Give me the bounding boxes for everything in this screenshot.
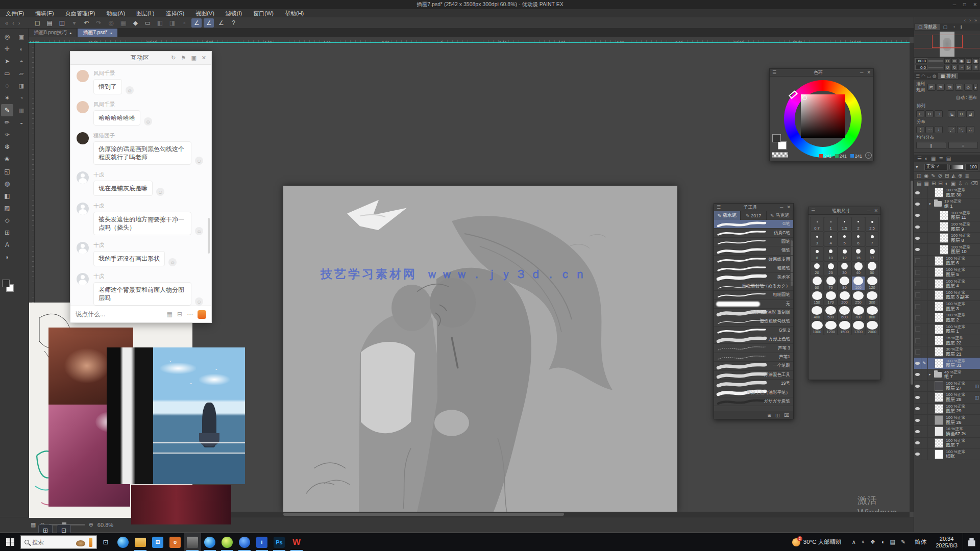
reaction-icon[interactable]: ☺ (195, 297, 203, 306)
panel-nav-icon[interactable]: » (974, 18, 977, 23)
eye-icon[interactable] (914, 426, 921, 437)
chat-scrollbar[interactable] (208, 218, 210, 254)
layer-thumbnail[interactable] (935, 324, 943, 334)
layer-row[interactable]: 30 %正常 图层 21 ◫ (914, 346, 980, 358)
command-icon[interactable]: ∠ (204, 18, 214, 28)
brush-item[interactable]: 圆笔 (714, 238, 793, 246)
command-icon[interactable]: ∠ (216, 18, 226, 28)
align-button[interactable]: ⊏ (916, 110, 924, 117)
avatar[interactable] (77, 101, 89, 113)
h-scroll-thumb[interactable] (283, 513, 564, 516)
zoom-out-button[interactable]: ⊖ (944, 58, 950, 64)
layer-thumbnail[interactable] (935, 347, 943, 357)
rotation-slider[interactable] (928, 67, 943, 68)
tray-icon[interactable]: ❖ (870, 539, 875, 545)
tool-icon[interactable]: ◧ (1, 190, 13, 202)
layer-thumbnail[interactable] (935, 381, 943, 391)
panel-menu-icon[interactable]: ☰ (772, 70, 776, 75)
layer-row[interactable]: 100 %正常 图层 27 ◫ (914, 381, 980, 392)
menu-item[interactable]: 图层(L) (131, 10, 160, 17)
layer-property-icon[interactable]: ✎ (931, 173, 935, 179)
menu-item[interactable]: 编辑(E) (30, 10, 60, 17)
fit-window-button[interactable]: ◫ (966, 58, 972, 64)
layer-row[interactable]: 100 %正常 图层 9 ◫ (914, 221, 980, 233)
tool-icon[interactable]: ✏ (1, 116, 13, 129)
layer-row[interactable]: 100 %正常 图层 1 ◫ (914, 324, 980, 335)
layer-thumbnail[interactable] (935, 449, 943, 459)
layer-thumbnail[interactable] (935, 392, 943, 402)
avatar[interactable] (77, 242, 89, 254)
tool-icon[interactable]: ✎ (1, 104, 13, 116)
close-icon[interactable]: ✕ (202, 55, 206, 61)
layer-row[interactable]: 100 %正常 图层 5 ◫ (914, 267, 980, 278)
reaction-icon[interactable]: ☺ (156, 188, 164, 196)
tool-icon[interactable]: ◍ (1, 178, 13, 190)
eye-icon[interactable] (914, 290, 921, 300)
layer-property-icon[interactable]: ≣ (965, 173, 969, 179)
tool-icon[interactable]: ✶ (1, 92, 13, 104)
brush-item[interactable]: 塑造粗硬勾线笔 (714, 317, 793, 326)
brush-item[interactable]: ガサガサ炭笔 (714, 397, 793, 406)
command-icon[interactable]: ▾ (69, 18, 79, 28)
more-icon[interactable]: ⋯ (187, 311, 193, 318)
eye-icon[interactable] (914, 256, 921, 266)
layer-row[interactable]: 15 %正常 图层 22 ◫ (914, 335, 980, 346)
distribute-button[interactable]: ∴ (966, 126, 974, 133)
layer-thumbnail[interactable] (935, 188, 943, 197)
brush-size-option[interactable]: 40 (851, 261, 865, 276)
tool-icon[interactable]: ◌ (1, 80, 13, 92)
brush-item[interactable]: 粗糙笔 (714, 264, 793, 273)
distribute-button[interactable]: ⋱ (957, 126, 965, 133)
history-nav-icon[interactable]: « (5, 20, 8, 26)
layer-row[interactable]: 100 %正常 图层 3 副本 ◫ (914, 290, 980, 301)
brush-item[interactable]: 磨性墨创笔（ぬるカク） (714, 282, 793, 291)
eye-icon[interactable] (914, 438, 921, 448)
search-input[interactable] (32, 539, 68, 545)
layer-row[interactable]: 100 %正常 图层 31 ◫ (914, 358, 980, 369)
navigator-view-rect[interactable] (932, 35, 963, 48)
popout-icon[interactable]: ▣ (191, 55, 196, 61)
tray-icon[interactable]: ✎ (901, 539, 905, 545)
close-icon[interactable]: ✕ (787, 205, 791, 210)
minimize-icon[interactable]: ─ (860, 70, 863, 75)
eye-icon[interactable] (914, 187, 921, 198)
eye-icon[interactable] (914, 301, 921, 312)
menu-item[interactable]: 动画(A) (101, 10, 131, 17)
color-mode-button[interactable]: ◔ (865, 152, 872, 159)
brush-size-option[interactable]: 150 (810, 291, 824, 306)
brush-size-option[interactable]: 25 (824, 261, 838, 276)
subtool-palette-icon[interactable]: ◨ (15, 80, 28, 92)
layer-panel-tab-icon[interactable]: ◐ (925, 156, 928, 161)
brush-size-option[interactable]: 0.7 (810, 217, 824, 232)
layer-thumbnail[interactable] (935, 359, 943, 368)
close-icon[interactable]: ✕ (874, 208, 878, 213)
brush-size-option[interactable]: 1500 (838, 320, 851, 335)
color-swatches[interactable] (2, 280, 14, 293)
layer-action-icon[interactable]: ▤ (917, 181, 921, 186)
command-icon[interactable]: ↶ (81, 18, 91, 28)
brush-size-option[interactable]: 8 (810, 246, 824, 261)
layer-action-icon[interactable]: ▦ (924, 181, 928, 186)
start-button[interactable] (0, 533, 20, 551)
brush-size-option[interactable]: 10 (824, 246, 838, 261)
taskbar-app[interactable] (132, 533, 149, 551)
avatar[interactable] (77, 171, 89, 184)
sub-color-swatch[interactable] (778, 141, 787, 149)
subtool-footer-icon[interactable]: ⊞ (768, 413, 772, 418)
subtool-tab[interactable]: ✎蘸水笔 (714, 211, 741, 220)
even-distribute-button[interactable]: ∥ (916, 142, 946, 149)
reaction-icon[interactable]: ☺ (195, 227, 203, 235)
brush-size-option[interactable]: 12 (838, 246, 851, 261)
brush-size-option[interactable]: 6 (851, 232, 865, 246)
brush-item[interactable]: 镝笔 (714, 246, 793, 255)
layer-row[interactable]: 100 %正常 图层 7 ◫ (914, 438, 980, 449)
saturation-value-box[interactable] (801, 94, 845, 138)
zoom-100-button[interactable]: ◉ (959, 58, 965, 64)
layer-row[interactable]: 100 %正常 图层 3 ◫ (914, 301, 980, 312)
brush-size-option[interactable]: 5 (838, 232, 851, 246)
brush-size-option[interactable]: 50 (865, 261, 879, 276)
layer-property-icon[interactable]: ⊕ (958, 173, 962, 179)
eye-icon[interactable] (914, 244, 921, 255)
brush-size-option[interactable]: 300 (865, 291, 879, 306)
align-tab-icon[interactable]: ◠ (921, 73, 925, 79)
